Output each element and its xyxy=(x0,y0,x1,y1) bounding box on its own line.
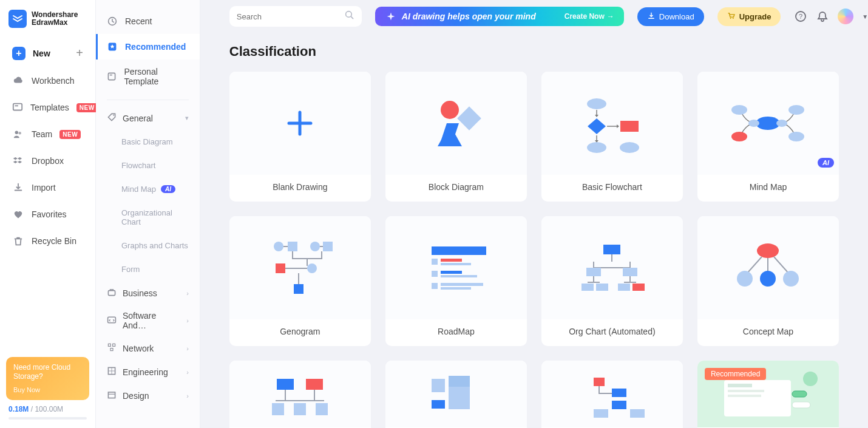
svg-marker-24 xyxy=(438,124,462,146)
nav-label: Import xyxy=(32,183,56,192)
cat-general[interactable]: General ▾ xyxy=(96,106,200,130)
preview xyxy=(229,361,371,427)
svg-rect-10 xyxy=(108,317,116,323)
nav-import[interactable]: Import xyxy=(6,174,89,201)
svg-rect-63 xyxy=(632,284,645,291)
preview xyxy=(541,361,683,427)
main-content: AI drawing helps open your mind Create N… xyxy=(200,0,868,428)
template-card-blank-drawing[interactable]: Blank Drawing xyxy=(229,72,371,202)
cat-label: General xyxy=(123,114,153,123)
user-avatar[interactable] xyxy=(838,8,853,24)
template-card-partial-recommended[interactable]: Recommended xyxy=(697,361,839,428)
template-card-roadmap[interactable]: RoadMap xyxy=(385,216,527,346)
nav-workbench[interactable]: Workbench xyxy=(6,67,89,94)
upgrade-button[interactable]: Upgrade xyxy=(717,7,781,26)
template-card-mind-map[interactable]: AI Mind Map xyxy=(697,72,839,202)
sub-flowchart[interactable]: Flowchart xyxy=(96,154,200,177)
nav-label: Dropbox xyxy=(32,156,64,166)
storage-total: 100.00M xyxy=(35,405,63,413)
network-icon xyxy=(107,342,117,354)
svg-rect-9 xyxy=(108,291,115,296)
svg-point-66 xyxy=(760,271,776,287)
sub-organizational-chart[interactable]: Organizational Chart xyxy=(96,201,200,234)
svg-marker-26 xyxy=(595,115,598,117)
cat-network[interactable]: Network › xyxy=(96,336,200,360)
design-icon xyxy=(107,390,117,401)
template-card-genogram[interactable]: Genogram xyxy=(229,216,371,346)
template-card-org-chart-auto[interactable]: Org Chart (Automated) xyxy=(541,216,683,346)
svg-point-45 xyxy=(307,263,317,273)
nav-new[interactable]: + New + xyxy=(6,39,89,67)
arrow-right-icon: → xyxy=(607,12,614,21)
svg-point-38 xyxy=(748,120,759,127)
svg-rect-44 xyxy=(276,263,285,273)
preview xyxy=(385,216,527,319)
search-icon[interactable] xyxy=(345,10,354,22)
cat-business[interactable]: Business › xyxy=(96,281,200,305)
chevron-right-icon: › xyxy=(186,290,189,297)
ai-pill: AI xyxy=(161,185,175,193)
sub-form[interactable]: Form xyxy=(96,257,200,281)
template-card-basic-flowchart[interactable]: Basic Flowchart xyxy=(541,72,683,202)
topbar: AI drawing helps open your mind Create N… xyxy=(229,0,839,40)
help-icon[interactable]: ? xyxy=(794,10,807,23)
template-card-partial-1[interactable] xyxy=(229,361,371,428)
preview: Recommended xyxy=(697,361,839,427)
preview xyxy=(541,72,683,175)
card-label: Blank Drawing xyxy=(273,182,327,192)
search-box[interactable] xyxy=(229,6,362,27)
storage-promo-card[interactable]: Need more Cloud Storage? Buy Now xyxy=(6,357,89,400)
nav-favorites[interactable]: Favorites xyxy=(6,201,89,228)
bell-icon[interactable] xyxy=(816,10,829,23)
svg-rect-80 xyxy=(630,409,645,418)
banner-cta[interactable]: Create Now → xyxy=(565,12,614,21)
svg-rect-68 xyxy=(277,379,294,390)
secondary-sidebar: Recent Recommended Personal Template Gen… xyxy=(96,0,200,428)
svg-rect-75 xyxy=(449,376,470,387)
preview xyxy=(385,72,527,175)
promo-buy-link[interactable]: Buy Now xyxy=(13,386,82,394)
nav-templates[interactable]: Templates NEW xyxy=(6,94,89,121)
nav-label: Recycle Bin xyxy=(32,236,76,246)
preview xyxy=(697,216,839,319)
chevron-right-icon: › xyxy=(186,345,189,352)
sub-basic-diagram[interactable]: Basic Diagram xyxy=(96,130,200,154)
download-button[interactable]: Download xyxy=(637,7,704,26)
nav-recycle-bin[interactable]: Recycle Bin xyxy=(6,228,89,254)
brand[interactable]: Wondershare EdrawMax xyxy=(6,8,89,39)
search-input[interactable] xyxy=(237,12,345,21)
svg-point-3 xyxy=(18,132,21,135)
template-card-block-diagram[interactable]: Block Diagram xyxy=(385,72,527,202)
cat-engineering[interactable]: Engineering › xyxy=(96,360,200,384)
s2-personal-template[interactable]: Personal Template xyxy=(96,59,200,93)
nav-dropbox[interactable]: Dropbox xyxy=(6,148,89,174)
template-card-partial-3[interactable] xyxy=(541,361,683,428)
sub-graphs-and-charts[interactable]: Graphs and Charts xyxy=(96,234,200,257)
s2-recommended[interactable]: Recommended xyxy=(96,34,200,59)
sub-mind-map[interactable]: Mind MapAI xyxy=(96,177,200,201)
preview xyxy=(229,216,371,319)
cat-software[interactable]: Software And… › xyxy=(96,305,200,336)
nav-team[interactable]: Team NEW xyxy=(6,121,89,148)
plus-icon[interactable]: + xyxy=(76,46,83,60)
svg-point-87 xyxy=(803,372,818,386)
svg-rect-69 xyxy=(306,379,323,390)
card-label: Block Diagram xyxy=(429,182,484,192)
star-badge-icon xyxy=(107,41,118,52)
ai-promo-banner[interactable]: AI drawing helps open your mind Create N… xyxy=(375,7,624,26)
brand-text: Wondershare EdrawMax xyxy=(32,11,78,27)
svg-rect-85 xyxy=(792,391,807,397)
svg-rect-48 xyxy=(432,259,438,265)
template-card-partial-2[interactable] xyxy=(385,361,527,428)
ai-tag: AI xyxy=(818,158,834,168)
svg-rect-77 xyxy=(612,389,626,397)
s2-recent[interactable]: Recent xyxy=(96,8,200,34)
cat-design[interactable]: Design › xyxy=(96,384,200,407)
divider xyxy=(107,100,189,100)
template-card-concept-map[interactable]: Concept Map xyxy=(697,216,839,346)
cat-label: Network xyxy=(123,344,154,353)
nav-label: Team xyxy=(32,129,52,139)
cart-icon xyxy=(727,12,736,22)
svg-rect-15 xyxy=(108,392,115,398)
chevron-down-icon[interactable]: ▼ xyxy=(862,13,868,20)
